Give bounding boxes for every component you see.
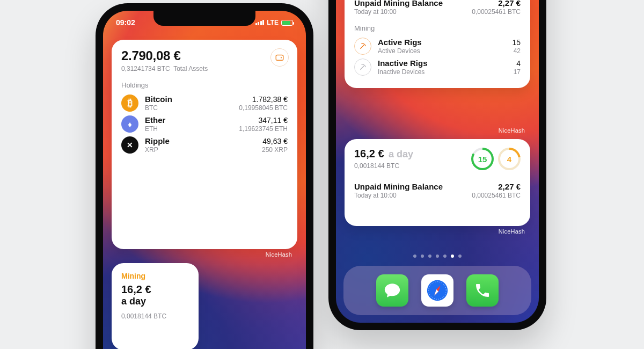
unpaid-fiat: 2,27 € [472,0,521,8]
signal-icon [255,20,265,25]
holding-units: 250 XRP [262,146,288,154]
holding-row-ether[interactable]: ♦ Ether ETH 347,11 € 1,19623745 ETH [121,115,288,133]
rigs-count: 4 [514,59,521,68]
ring-value: 4 [507,155,511,164]
svg-rect-0 [276,55,283,61]
unpaid-row: Unpaid Mining Balance Today at 10:00 2,2… [354,0,521,16]
holding-ticker: BTC [145,104,239,112]
safari-app-icon[interactable] [421,274,453,307]
phone-app-icon[interactable] [466,274,499,307]
mining-small-btc: 0,0018144 BTC [121,312,189,320]
active-ring: 15 [471,148,494,170]
ring-value: 15 [478,155,487,164]
daily-unpaid-fiat: 2,27 € [472,182,521,191]
daily-fiat: 16,2 € [354,148,384,159]
brand-label: NiceHash [499,228,525,235]
status-time: 09:02 [116,18,135,27]
holding-fiat: 1.782,38 € [239,95,288,104]
mining-small-per: a day [121,296,189,307]
rigs-sub: Inactive Devices [378,68,514,76]
mining-small-title: Mining [121,272,189,280]
holding-fiat: 347,11 € [239,116,288,125]
daily-unpaid-btc: 0,00025461 BTC [472,192,521,199]
rigs-sub: Active Devices [378,47,512,55]
brand-label: NiceHash [266,251,292,258]
messages-app-icon[interactable] [376,274,408,307]
daily-widget[interactable]: 16,2 € a day 0,0018144 BTC 15 4 Unpaid M… [345,139,530,226]
page-dots[interactable] [336,255,539,258]
unpaid-btc: 0,00025461 BTC [472,8,521,16]
unpaid-time: Today at 10:00 [354,8,443,16]
phone-left-screen: 09:02 LTE 2.790,08 € 0,31241734 BTC Tota… [103,11,306,349]
holding-ticker: ETH [145,125,239,133]
mining-stats-widget[interactable]: Unpaid Mining Balance Today at 10:00 2,2… [345,0,530,88]
rigs-count: 15 [512,38,521,47]
phone-right: Unpaid Mining Balance Today at 10:00 2,2… [328,0,546,330]
wallet-icon [270,48,289,67]
rigs-name: Inactive Rigs [378,59,514,68]
total-fiat: 2.790,08 € [121,48,288,63]
inactive-rigs-row[interactable]: Inactive Rigs Inactive Devices 4 17 [354,59,521,76]
carrier-label: LTE [267,19,279,26]
battery-icon [281,20,293,26]
total-btc: 0,31241734 BTC [121,65,170,72]
mining-small-fiat: 16,2 € [121,283,189,296]
active-rigs-row[interactable]: Active Rigs Active Devices 15 42 [354,38,521,55]
mining-section-title: Mining [354,24,521,32]
dock [343,266,531,315]
bitcoin-icon: ₿ [121,94,138,112]
holdings-title: Holdings [121,81,288,89]
ethereum-icon: ♦ [121,115,138,133]
rigs-name: Active Rigs [378,38,512,47]
daily-unpaid-title: Unpaid Mining Balance [354,182,443,191]
notch [153,11,255,26]
holding-name: Ripple [145,136,262,146]
holding-units: 1,19623745 ETH [239,125,288,133]
daily-per: a day [389,149,413,159]
holding-fiat: 49,63 € [262,137,288,146]
brand-label: NiceHash [499,127,525,134]
daily-unpaid-time: Today at 10:00 [354,192,443,199]
holding-ticker: XRP [145,146,262,154]
daily-btc: 0,0018144 BTC [354,162,471,170]
pickaxe-icon [354,38,371,55]
holding-row-bitcoin[interactable]: ₿ Bitcoin BTC 1.782,38 € 0,19958045 BTC [121,94,288,112]
holding-name: Bitcoin [145,94,239,104]
mining-small-widget[interactable]: Mining 16,2 € a day 0,0018144 BTC [112,263,199,349]
holding-name: Ether [145,115,239,125]
unpaid-title: Unpaid Mining Balance [354,0,443,8]
rigs-subcount: 17 [514,68,521,76]
pickaxe-icon [354,59,371,76]
phone-right-screen: Unpaid Mining Balance Today at 10:00 2,2… [336,0,539,323]
ripple-icon: ✕ [121,136,138,154]
svg-point-1 [281,57,282,58]
holding-units: 0,19958045 BTC [239,104,288,112]
inactive-ring: 4 [498,148,521,170]
rigs-subcount: 42 [512,47,521,55]
phone-left: 09:02 LTE 2.790,08 € 0,31241734 BTC Tota… [96,3,313,349]
holding-row-ripple[interactable]: ✕ Ripple XRP 49,63 € 250 XRP [121,136,288,154]
total-label: Total Assets [173,65,208,72]
total-assets-widget[interactable]: 2.790,08 € 0,31241734 BTC Total Assets H… [112,40,297,249]
